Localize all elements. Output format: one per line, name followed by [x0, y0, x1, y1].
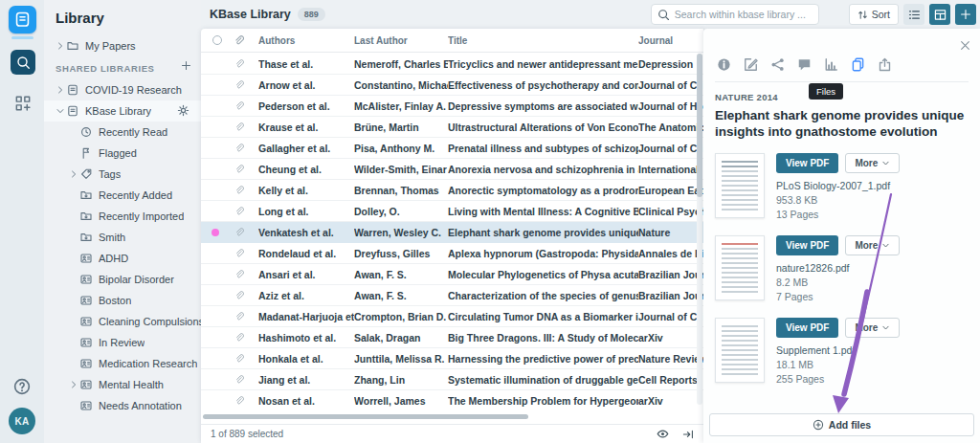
table-row[interactable]: Thase et al.Nemeroff, Charles B.Tricycli… — [201, 54, 703, 75]
file-size: 18.1 MB — [776, 359, 900, 370]
pdf-thumbnail[interactable] — [715, 318, 765, 383]
chevron-right-icon[interactable] — [56, 85, 65, 95]
apps-add-icon[interactable] — [12, 93, 33, 114]
more-button[interactable]: More — [845, 153, 900, 173]
share-icon[interactable] — [768, 55, 786, 73]
sidebar-item-kbase-library[interactable]: KBase Library — [44, 100, 201, 122]
list-view-button[interactable] — [903, 4, 924, 25]
sidebar-item-my-papers[interactable]: My Papers — [44, 35, 201, 56]
sidebar-item-in-review[interactable]: In Review — [44, 332, 201, 353]
search-input[interactable] — [675, 9, 809, 20]
table-row[interactable]: Arnow et al.Constantino, Michael J.Effec… — [201, 75, 703, 96]
view-pdf-button[interactable]: View PDF — [776, 153, 838, 173]
files-icon[interactable] — [849, 55, 866, 73]
pdf-thumbnail[interactable] — [715, 235, 765, 300]
shared-libraries-section-label: SHARED LIBRARIES — [56, 63, 155, 74]
app-window: KA Library My PapersSHARED LIBRARIESCOVI… — [0, 0, 980, 443]
more-button[interactable]: More — [845, 318, 900, 338]
smartlist-icon — [80, 274, 92, 285]
metrics-icon[interactable] — [822, 55, 839, 73]
sidebar-item-needs-annotation[interactable]: Needs Annotation — [44, 395, 201, 416]
paperclip-icon — [230, 59, 258, 69]
comment-icon[interactable] — [795, 55, 813, 73]
view-pdf-button[interactable]: View PDF — [776, 318, 838, 338]
close-icon[interactable] — [958, 38, 971, 52]
sidebar-item-mental-health[interactable]: Mental Health — [44, 374, 201, 395]
paperclip-icon — [230, 165, 258, 174]
table-row[interactable]: Krause et al.Brüne, MartinUltrastructura… — [201, 117, 703, 138]
table-row[interactable]: Kelly et al.Brennan, ThomasAnorectic sym… — [201, 180, 703, 201]
table-row[interactable]: Ansari et al.Awan, F. S.Molecular Phylog… — [201, 264, 703, 285]
info-icon[interactable] — [715, 55, 732, 73]
gear-icon[interactable] — [177, 104, 189, 117]
chevron-down-icon — [881, 241, 890, 250]
chevron-right-icon[interactable] — [69, 380, 78, 389]
sort-button[interactable]: Sort — [849, 4, 899, 25]
paperclip-icon — [230, 101, 258, 111]
table-vertical-scrollbar[interactable] — [697, 54, 702, 405]
table-row[interactable]: Pederson et al.McAlister, Finlay A.Depre… — [201, 96, 703, 117]
help-icon[interactable] — [11, 376, 33, 397]
paperclip-icon — [230, 228, 258, 237]
details-toolbar — [715, 29, 969, 82]
global-search-icon[interactable] — [11, 50, 35, 75]
sidebar-item-label: Bipolar Disorder — [99, 274, 174, 285]
table-row[interactable]: Venkatesh et al.Warren, Wesley C.Elephan… — [201, 222, 703, 243]
sidebar-item-bipolar-disorder[interactable]: Bipolar Disorder — [44, 269, 201, 290]
avatar[interactable]: KA — [9, 408, 35, 434]
sidebar-item-flagged[interactable]: Flagged — [44, 143, 201, 164]
sidebar-item-tags[interactable]: Tags — [44, 164, 201, 185]
smartlist-icon — [80, 295, 92, 306]
sidebar-item-recently-added[interactable]: Recently Added — [44, 185, 201, 206]
chevron-right-icon[interactable] — [56, 41, 65, 51]
preview-eye-icon[interactable] — [657, 428, 669, 440]
file-name[interactable]: nature12826.pdf — [776, 262, 900, 274]
table-row[interactable]: Nosan et al.Worrell, JamesThe Membership… — [201, 390, 703, 409]
paperclip-icon — [230, 144, 258, 153]
sidebar-item-covid-19-research[interactable]: COVID-19 Research — [44, 79, 201, 100]
table-row[interactable]: Long et al.Dolley, O.Living with Mental … — [201, 201, 703, 222]
edit-icon[interactable] — [742, 55, 759, 73]
table-view-button[interactable] — [929, 4, 950, 25]
sidebar-item-cleaning-compulsions[interactable]: Cleaning Compulsions — [44, 311, 201, 332]
table-row[interactable]: Jiang et al.Zhang, LinSystematic illumin… — [201, 369, 703, 390]
add-library-plus-icon[interactable] — [181, 60, 191, 71]
add-reference-button[interactable] — [955, 4, 976, 25]
smartlist-icon — [80, 337, 92, 348]
pdf-thumbnail[interactable] — [715, 153, 765, 218]
table-row[interactable]: Cheung et al.Wilder-Smith, EinarAnorexia… — [201, 159, 703, 180]
sidebar: Library My PapersSHARED LIBRARIESCOVID-1… — [44, 0, 201, 443]
table-row[interactable]: Hashimoto et al.Salak, DraganBig Three D… — [201, 327, 703, 348]
chevron-right-icon[interactable] — [69, 169, 78, 179]
sort-arrows-icon — [858, 10, 868, 20]
attachment-column-paperclip-icon[interactable] — [234, 35, 258, 46]
select-all-checkbox[interactable] — [212, 35, 222, 45]
app-logo-book-icon[interactable] — [9, 6, 36, 33]
column-header-last-author[interactable]: Last Author — [354, 35, 448, 46]
sidebar-item-boston[interactable]: Boston — [44, 290, 201, 311]
sidebar-item-recently-read[interactable]: Recently Read — [44, 122, 201, 143]
column-header-title[interactable]: Title — [448, 35, 638, 46]
more-button[interactable]: More — [845, 235, 900, 255]
table-horizontal-scrollbar[interactable] — [203, 414, 694, 420]
sidebar-item-recently-imported[interactable]: Recently Imported — [44, 206, 201, 227]
skip-to-end-icon[interactable] — [682, 429, 694, 440]
sidebar-item-label: Smith — [99, 232, 125, 243]
table-row[interactable]: Honkala et al.Junttila, Melissa R.Harnes… — [201, 348, 703, 369]
sidebar-item-medication-research[interactable]: Medication Research — [44, 353, 201, 374]
export-icon[interactable] — [876, 55, 893, 73]
file-name[interactable]: PLoS Biology-2007_1.pdf — [776, 180, 900, 191]
column-header-journal[interactable]: Journal — [638, 35, 703, 46]
column-header-authors[interactable]: Authors — [258, 35, 354, 46]
table-row[interactable]: Aziz et al.Awan, F. S.Characterization o… — [201, 285, 703, 306]
file-name[interactable]: Supplement 1.pdf — [776, 344, 900, 356]
sidebar-item-adhd[interactable]: ADHD — [44, 248, 201, 269]
table-row[interactable]: Gallagher et al.Pisa, Anthony M.Prenatal… — [201, 138, 703, 159]
view-pdf-button[interactable]: View PDF — [776, 235, 838, 255]
sidebar-item-smith[interactable]: Smith — [44, 227, 201, 248]
chevron-down-icon[interactable] — [56, 106, 65, 116]
table-row[interactable]: Rondelaud et al.Dreyfuss, GillesAplexa h… — [201, 243, 703, 264]
app-logo-active-bar — [11, 36, 33, 39]
add-files-button[interactable]: Add files — [709, 413, 974, 436]
table-row[interactable]: Madanat-Harjuoja et al.Crompton, Brian D… — [201, 306, 703, 327]
